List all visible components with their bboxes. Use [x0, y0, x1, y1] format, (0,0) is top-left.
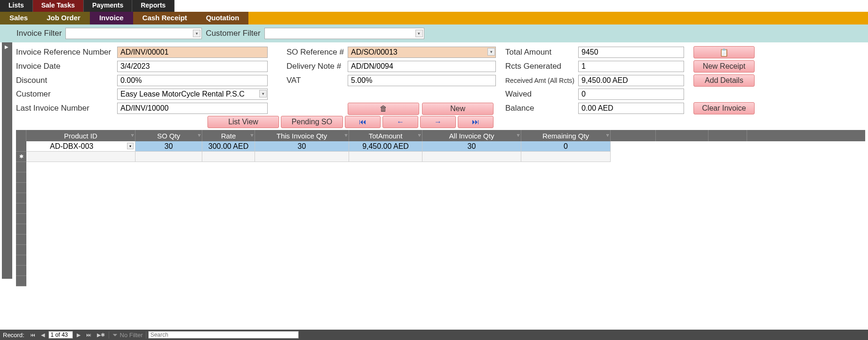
- rcts-generated-label: Rcts Generated: [505, 62, 578, 71]
- new-button[interactable]: New: [422, 103, 494, 115]
- grid-blank-row: [16, 276, 865, 286]
- col-so-qty[interactable]: SO Qty▿: [135, 130, 202, 141]
- cell-all-invoice-qty[interactable]: 30: [422, 141, 521, 152]
- copy-icon: 📋: [719, 48, 729, 57]
- col-rate[interactable]: Rate▿: [202, 130, 255, 141]
- subtab-job-order[interactable]: Job Order: [37, 12, 90, 24]
- cell-product-id[interactable]: AD-DBX-003▾: [26, 141, 135, 152]
- grid-blank-row: [16, 203, 865, 214]
- invoice-date-input[interactable]: [117, 61, 268, 72]
- record-search-input[interactable]: [148, 331, 299, 339]
- subtab-cash-receipt[interactable]: Cash Receipt: [133, 12, 197, 24]
- cell-so-qty[interactable]: 30: [135, 141, 202, 152]
- next-icon: →: [434, 118, 442, 126]
- chevron-down-icon[interactable]: ▾: [259, 90, 267, 97]
- nav-next-button[interactable]: →: [420, 116, 456, 128]
- customer-filter-combo[interactable]: ▾: [264, 28, 424, 39]
- record-new-icon[interactable]: ▶✱: [95, 332, 107, 338]
- subtab-invoice[interactable]: Invoice: [90, 12, 133, 24]
- grid-blank-row: [16, 235, 865, 245]
- last-invoice-input[interactable]: [117, 103, 268, 114]
- chevron-down-icon[interactable]: ▾: [415, 30, 423, 37]
- invoice-filter-combo[interactable]: ▾: [65, 28, 202, 39]
- invoice-ref-label: Invoice Reference Number: [16, 48, 117, 57]
- invoice-date-label: Invoice Date: [16, 62, 117, 71]
- delivery-note-input[interactable]: [348, 61, 496, 72]
- col-extra-1[interactable]: [611, 130, 656, 141]
- balance-label: Balance: [505, 104, 578, 113]
- col-this-invoice-qty[interactable]: This Invoice Qty▿: [255, 130, 349, 141]
- rcts-generated-input[interactable]: [578, 61, 684, 72]
- so-ref-input[interactable]: [348, 47, 496, 58]
- subtab-quotation[interactable]: Quotation: [197, 12, 249, 24]
- total-amount-input[interactable]: [578, 47, 684, 58]
- vat-label: VAT: [287, 76, 348, 85]
- so-ref-label: SO Reference #: [287, 48, 348, 57]
- record-prev-icon[interactable]: ◀: [39, 332, 47, 338]
- no-filter-indicator[interactable]: ⏷No Filter: [109, 332, 146, 339]
- grid-blank-row: [16, 266, 865, 276]
- col-remaining-qty[interactable]: Remaining Qty▿: [521, 130, 611, 141]
- cell-this-invoice-qty[interactable]: 30: [255, 141, 349, 152]
- cell-tot-amount[interactable]: 9,450.00 AED: [349, 141, 422, 152]
- grid-row[interactable]: AD-DBX-003▾ 30 300.00 AED 30 9,450.00 AE…: [16, 141, 865, 152]
- nav-last-button[interactable]: ⏭: [458, 116, 494, 128]
- clear-invoice-button[interactable]: Clear Invoice: [693, 102, 755, 114]
- invoice-ref-input[interactable]: [117, 47, 268, 58]
- subtab-sales[interactable]: Sales: [0, 12, 37, 24]
- filter-icon[interactable]: ▿: [131, 132, 134, 138]
- filter-icon[interactable]: ▿: [251, 132, 253, 138]
- vat-input[interactable]: [348, 75, 496, 86]
- col-extra-2[interactable]: [656, 130, 709, 141]
- grid-blank-row: [16, 255, 865, 266]
- col-extra-3[interactable]: [709, 130, 747, 141]
- record-label: Record:: [3, 332, 24, 339]
- record-first-icon[interactable]: ⏮: [28, 332, 37, 338]
- record-next-icon[interactable]: ▶: [75, 332, 82, 338]
- list-view-button[interactable]: List View: [207, 116, 279, 128]
- record-position[interactable]: 1 of 43: [48, 331, 73, 339]
- filter-icon[interactable]: ▿: [517, 132, 519, 138]
- delivery-note-label: Delivery Note #: [287, 62, 348, 71]
- col-all-invoice-qty[interactable]: All Invoice Qty▿: [422, 130, 521, 141]
- copy-button[interactable]: 📋: [693, 46, 755, 58]
- invoice-filter-label: Invoice Filter: [16, 29, 62, 38]
- status-bar: Record: ⏮ ◀ 1 of 43 ▶ ⏭ ▶✱ ⏷No Filter: [0, 330, 868, 340]
- nav-prev-button[interactable]: ←: [382, 116, 418, 128]
- chevron-down-icon[interactable]: ▾: [487, 48, 495, 56]
- col-product-id[interactable]: Product ID▿: [26, 130, 135, 141]
- record-last-icon[interactable]: ⏭: [84, 332, 93, 338]
- discount-input[interactable]: [117, 75, 268, 86]
- customer-filter-label: Customer Filter: [206, 29, 260, 38]
- cell-rate[interactable]: 300.00 AED: [202, 141, 255, 152]
- add-details-button[interactable]: Add Details: [693, 74, 755, 87]
- customer-input[interactable]: [117, 89, 268, 100]
- prev-icon: ←: [397, 118, 404, 126]
- chevron-down-icon[interactable]: ▾: [193, 30, 200, 37]
- cell-remaining-qty[interactable]: 0: [521, 141, 611, 152]
- waived-label: Waived: [505, 89, 578, 99]
- tab-sale-tasks[interactable]: Sale Tasks: [33, 0, 84, 12]
- grid-blank-row: [16, 162, 865, 172]
- balance-input[interactable]: [578, 103, 684, 114]
- waived-input[interactable]: [578, 89, 684, 100]
- new-receipt-button[interactable]: New Receipt: [693, 60, 755, 73]
- delete-button[interactable]: 🗑: [348, 103, 419, 115]
- filter-icon[interactable]: ▿: [606, 132, 609, 138]
- nav-first-button[interactable]: ⏮: [345, 116, 381, 128]
- received-amt-label: Received Amt (All Rcts): [505, 77, 578, 84]
- tab-reports[interactable]: Reports: [132, 0, 175, 12]
- customer-label: Customer: [16, 89, 117, 99]
- received-amt-input[interactable]: [578, 75, 684, 86]
- grid-blank-row: [16, 183, 865, 193]
- chevron-down-icon[interactable]: ▾: [127, 143, 134, 149]
- tab-lists[interactable]: Lists: [0, 0, 33, 12]
- pending-so-button[interactable]: Pending SO: [281, 116, 343, 128]
- filter-icon[interactable]: ▿: [418, 132, 421, 138]
- tab-payments[interactable]: Payments: [84, 0, 132, 12]
- col-tot-amount[interactable]: TotAmount▿: [349, 130, 422, 141]
- filter-icon[interactable]: ▿: [198, 132, 200, 138]
- grid-new-row[interactable]: ✱: [16, 152, 865, 162]
- filter-icon[interactable]: ▿: [345, 132, 347, 138]
- side-collapse-bar[interactable]: [2, 42, 12, 279]
